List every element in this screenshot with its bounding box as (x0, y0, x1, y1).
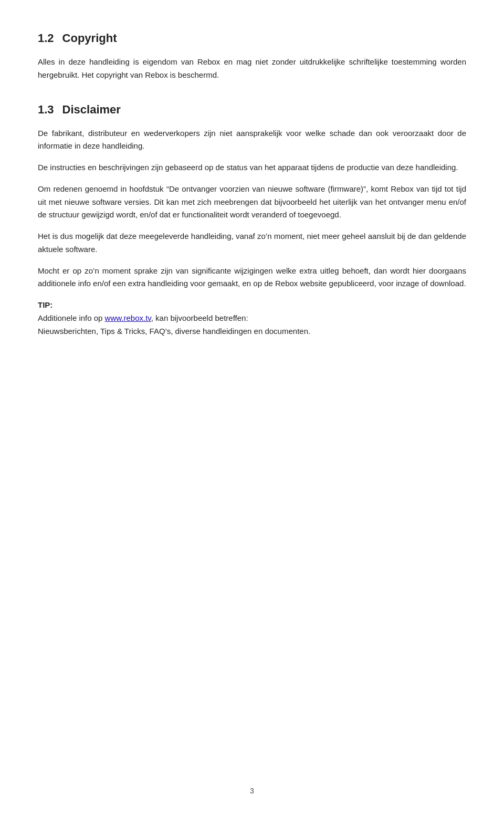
disclaimer-paragraph3-4: Om redenen genoemd in hoofdstuk “De ontv… (38, 183, 466, 222)
tip-list: Nieuwsberichten, Tips & Tricks, FAQ’s, d… (38, 327, 310, 336)
copyright-section: 1.2 Copyright Alles in deze handleiding … (38, 32, 466, 82)
disclaimer-body: De fabrikant, distributeur en wederverko… (38, 127, 466, 338)
disclaimer-paragraph5: Het is dus mogelijk dat deze meegeleverd… (38, 230, 466, 256)
disclaimer-header: 1.3 Disclaimer (38, 103, 466, 117)
copyright-header: 1.2 Copyright (38, 32, 466, 45)
tip-link[interactable]: www.rebox.tv (105, 313, 151, 322)
page: 1.2 Copyright Alles in deze handleiding … (0, 0, 504, 816)
copyright-title: Copyright (62, 32, 117, 45)
disclaimer-paragraph2: De instructies en beschrijvingen zijn ge… (38, 161, 466, 174)
tip-rest: , kan bijvoorbeeld betreffen: (151, 313, 248, 322)
disclaimer-number: 1.3 (38, 103, 54, 117)
disclaimer-tip-block: TIP: Additionele info op www.rebox.tv, k… (38, 299, 466, 338)
disclaimer-section: 1.3 Disclaimer De fabrikant, distributeu… (38, 103, 466, 338)
page-number: 3 (250, 787, 254, 795)
tip-text: Additionele info op (38, 313, 105, 322)
disclaimer-paragraph1: De fabrikant, distributeur en wederverko… (38, 127, 466, 153)
copyright-number: 1.2 (38, 32, 54, 45)
disclaimer-paragraph6: Mocht er op zo’n moment sprake zijn van … (38, 265, 466, 291)
disclaimer-title: Disclaimer (62, 103, 121, 117)
copyright-body: Alles in deze handleiding is eigendom va… (38, 56, 466, 82)
tip-label: TIP: (38, 300, 52, 309)
copyright-paragraph1: Alles in deze handleiding is eigendom va… (38, 56, 466, 82)
